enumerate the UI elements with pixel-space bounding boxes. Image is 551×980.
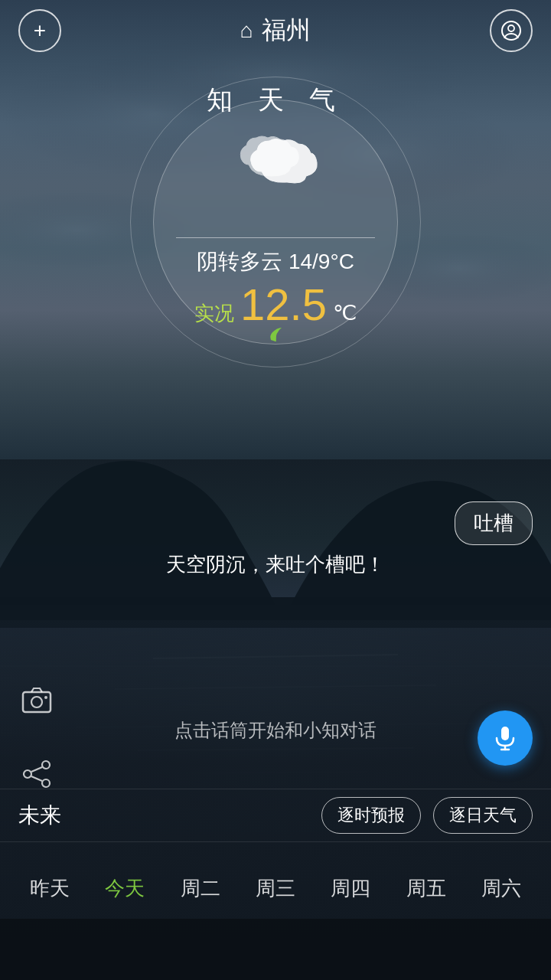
svg-line-22 <box>31 767 42 772</box>
camera-button[interactable] <box>21 686 52 720</box>
weather-condition: 阴转多云 <box>197 250 282 273</box>
svg-rect-16 <box>23 692 51 712</box>
svg-point-21 <box>42 779 50 787</box>
day-tab-today[interactable]: 今天 <box>96 869 154 908</box>
day-tab-tue[interactable]: 周二 <box>171 869 230 908</box>
voice-prompt: 点击话筒开始和小知对话 <box>0 718 551 743</box>
daily-weather-button[interactable]: 逐日天气 <box>433 797 533 834</box>
add-button[interactable]: + <box>18 9 61 52</box>
leaf-icon <box>265 322 286 348</box>
svg-point-20 <box>24 770 31 778</box>
day-tab-sat[interactable]: 周六 <box>472 869 530 908</box>
weather-info: 阴转多云 14/9°C 实况 12.5 ℃ <box>138 237 413 327</box>
bottom-safe-area <box>0 919 551 980</box>
current-label: 实况 <box>194 300 234 327</box>
temp-range: 阴转多云 14/9°C <box>138 247 413 276</box>
hourly-forecast-button[interactable]: 逐时预报 <box>321 797 421 834</box>
header: + ⌂ 福州 <box>0 0 551 61</box>
city-name: 福州 <box>262 14 311 47</box>
cloud-icon <box>214 122 337 191</box>
svg-point-15 <box>508 25 514 31</box>
current-unit: ℃ <box>333 300 357 325</box>
day-tabs: 昨天 今天 周二 周三 周四 周五 周六 <box>0 858 551 919</box>
svg-point-18 <box>44 696 47 699</box>
svg-point-17 <box>31 697 42 707</box>
day-tab-fri[interactable]: 周五 <box>397 869 455 908</box>
current-temperature: 12.5 <box>240 283 327 327</box>
profile-icon <box>500 20 522 41</box>
nav-tabs: 未来 逐时预报 逐日天气 <box>0 789 551 842</box>
svg-line-23 <box>31 776 42 781</box>
day-tab-wed[interactable]: 周三 <box>246 869 305 908</box>
profile-button[interactable] <box>490 9 533 52</box>
day-tab-yesterday[interactable]: 昨天 <box>21 869 79 908</box>
mic-button[interactable] <box>478 710 533 766</box>
home-icon: ⌂ <box>240 18 253 43</box>
app-name: 知 天 气 <box>207 83 345 118</box>
nav-future-label: 未来 <box>18 801 321 830</box>
day-tab-thu[interactable]: 周四 <box>321 869 380 908</box>
weather-icon-container <box>214 122 337 194</box>
comment-button[interactable]: 吐槽 <box>455 501 533 545</box>
svg-point-19 <box>42 761 50 769</box>
mic-icon <box>492 725 518 751</box>
camera-icon <box>21 686 52 714</box>
header-title: ⌂ 福州 <box>240 14 311 47</box>
weather-message: 天空阴沉，来吐个槽吧！ <box>166 551 385 578</box>
svg-rect-24 <box>501 727 509 740</box>
current-temp-row: 实况 12.5 ℃ <box>138 283 413 327</box>
nav-right-buttons: 逐时预报 逐日天气 <box>321 797 533 834</box>
share-icon <box>21 759 52 789</box>
divider <box>176 237 375 238</box>
temp-high-low: 14/9°C <box>289 250 354 273</box>
